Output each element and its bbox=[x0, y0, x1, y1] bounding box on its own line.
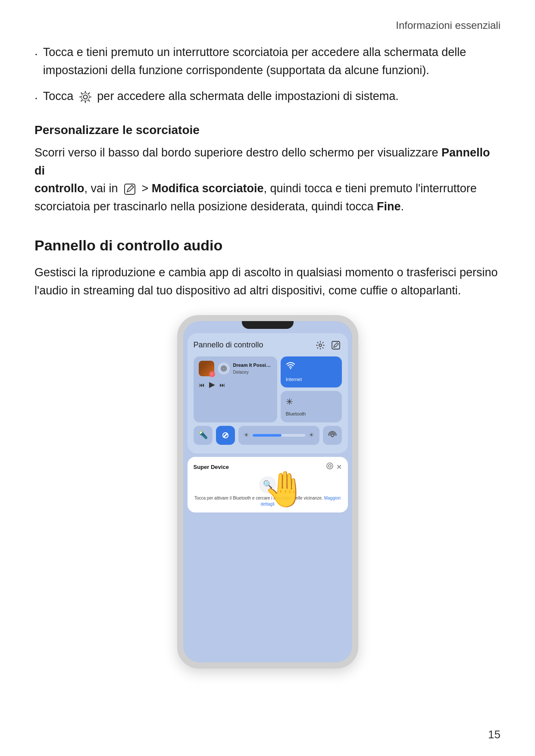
bluetooth-toggle[interactable]: ✳ Bluetooth bbox=[281, 391, 342, 422]
page-number: 15 bbox=[488, 726, 501, 743]
bullet-item-2: · Tocca per accedere alla schermata dell… bbox=[34, 87, 501, 107]
phone-notch bbox=[242, 321, 294, 329]
sd-search: 🔍 Tocca per attivare il Bluetooth e cerc… bbox=[194, 476, 342, 507]
svg-point-11 bbox=[327, 463, 333, 469]
brightness-high-icon: ☀ bbox=[309, 431, 314, 440]
svg-point-3 bbox=[319, 344, 322, 347]
internet-label: Internet bbox=[286, 376, 302, 383]
cp-header-icons bbox=[314, 339, 342, 351]
music-card[interactable]: ♪ Dream It Possible bbox=[194, 356, 277, 422]
hotspot-toggle[interactable] bbox=[323, 426, 342, 445]
phone-screen: Pannello di controllo bbox=[183, 321, 352, 662]
prev-button[interactable]: ⏮ bbox=[199, 381, 205, 390]
sd-header-icons: ✕ bbox=[326, 462, 342, 473]
bullet-dot-2: · bbox=[34, 88, 38, 107]
next-button[interactable]: ⏭ bbox=[219, 381, 225, 390]
svg-rect-4 bbox=[332, 341, 340, 349]
music-thumbnail: ♪ bbox=[199, 361, 214, 376]
bluetooth-icon: ✳ bbox=[286, 395, 293, 409]
svg-rect-2 bbox=[125, 184, 135, 194]
cp-edit-icon[interactable] bbox=[330, 339, 342, 351]
brightness-bar[interactable]: ☀ ☀ bbox=[238, 426, 319, 445]
edit-icon bbox=[123, 182, 137, 196]
play-button[interactable]: ▶ bbox=[209, 379, 215, 391]
brightness-low-icon: ☀ bbox=[244, 431, 249, 440]
cp-row-1: ♪ Dream It Possible bbox=[194, 356, 342, 422]
bullet-text-2: Tocca per accedere alla schermata delle … bbox=[43, 87, 399, 106]
cp-title: Pannello di controllo bbox=[194, 339, 263, 351]
bullet-dot-1: · bbox=[34, 44, 38, 63]
sd-search-icon[interactable]: 🔍 bbox=[259, 476, 276, 494]
music-controls: ⏮ ▶ ⏭ bbox=[199, 379, 272, 391]
svg-point-10 bbox=[329, 465, 331, 467]
pannello-audio-body: Gestisci la riproduzione e cambia app di… bbox=[34, 264, 501, 300]
music-badge: ♪ bbox=[209, 371, 215, 377]
music-title: Dream It Possible bbox=[233, 362, 272, 369]
svg-point-1 bbox=[81, 93, 89, 101]
sd-title: Super Device bbox=[194, 463, 229, 472]
svg-point-7 bbox=[223, 368, 224, 369]
bluetooth-label: Bluetooth bbox=[286, 410, 306, 418]
music-info: Dream It Possible Delacey bbox=[233, 362, 272, 376]
bullet-text-1: Tocca e tieni premuto un interruttore sc… bbox=[43, 44, 501, 80]
sd-search-text: Tocca per attivare il Bluetooth e cercar… bbox=[194, 495, 342, 507]
music-artist: Delacey bbox=[233, 369, 272, 376]
internet-toggle[interactable]: Internet bbox=[281, 356, 342, 387]
svg-point-8 bbox=[290, 368, 291, 369]
dnd-toggle[interactable] bbox=[216, 426, 235, 445]
sd-settings-icon[interactable] bbox=[326, 462, 334, 473]
wifi-icon bbox=[286, 361, 295, 374]
sd-close-icon[interactable]: ✕ bbox=[336, 462, 342, 473]
super-device-panel: Super Device ✕ 🔍 Tocca p bbox=[188, 457, 348, 513]
brightness-fill bbox=[253, 434, 282, 437]
brightness-track bbox=[253, 434, 305, 437]
svg-point-9 bbox=[331, 434, 334, 437]
bullet-item-1: · Tocca e tieni premuto un interruttore … bbox=[34, 44, 501, 80]
cast-icon[interactable] bbox=[218, 362, 230, 375]
cp-row-2: 🔦 ☀ ☀ bbox=[194, 426, 342, 445]
cp-header: Pannello di controllo bbox=[194, 339, 342, 351]
svg-point-0 bbox=[83, 95, 87, 99]
cp-settings-icon[interactable] bbox=[314, 339, 326, 351]
phone-mockup: Pannello di controllo bbox=[34, 315, 501, 669]
flashlight-toggle[interactable]: 🔦 bbox=[194, 426, 213, 445]
gear-icon bbox=[78, 89, 93, 105]
pannello-audio-title: Pannello di controllo audio bbox=[34, 234, 501, 257]
control-panel: Pannello di controllo bbox=[188, 333, 348, 453]
personalizza-title: Personalizzare le scorciatoie bbox=[34, 121, 501, 139]
sd-header: Super Device ✕ bbox=[194, 462, 342, 473]
page-header-label: Informazioni essenziali bbox=[34, 17, 501, 33]
phone-outer: Pannello di controllo bbox=[177, 315, 358, 669]
personalizza-body: Scorri verso il basso dal bordo superior… bbox=[34, 144, 501, 216]
